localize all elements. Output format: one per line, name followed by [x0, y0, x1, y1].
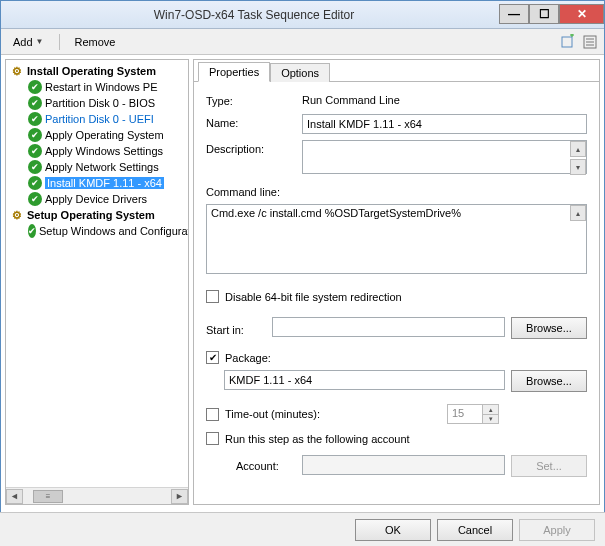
main-area: ⚙ Install Operating System ✔ Restart in … [1, 55, 604, 509]
check-icon: ✔ [28, 160, 42, 174]
window-title: Win7-OSD-x64 Task Sequence Editor [9, 8, 499, 22]
desc-scroll[interactable]: ▴ ▾ [570, 141, 586, 175]
group-label: Install Operating System [27, 65, 156, 77]
check-icon: ✔ [28, 176, 42, 190]
account-input [302, 455, 505, 475]
timeout-value: 15 [448, 405, 482, 423]
maximize-button[interactable]: ☐ [529, 4, 559, 24]
tree-item[interactable]: ✔ Restart in Windows PE [6, 79, 188, 95]
tree-item[interactable]: ✔ Apply Network Settings [6, 159, 188, 175]
account-set-button: Set... [511, 455, 587, 477]
properties-panel: Properties Options Type: Run Command Lin… [193, 59, 600, 505]
window-controls: — ☐ ✕ [499, 1, 604, 28]
scroll-up-icon[interactable]: ▴ [570, 205, 586, 221]
type-row: Type: Run Command Line [206, 92, 587, 108]
scroll-track[interactable]: ≡ [23, 489, 171, 504]
scroll-right-button[interactable]: ► [171, 489, 188, 504]
runas-label: Run this step as the following account [225, 433, 410, 445]
startin-row: Start in: Browse... [206, 317, 587, 339]
tree-h-scrollbar[interactable]: ◄ ≡ ► [6, 487, 188, 504]
check-icon: ✔ [28, 96, 42, 110]
add-label: Add [13, 36, 33, 48]
tab-options[interactable]: Options [270, 63, 330, 82]
account-row: Account: Set... [236, 455, 587, 477]
timeout-checkbox[interactable] [206, 408, 219, 421]
scroll-left-button[interactable]: ◄ [6, 489, 23, 504]
timeout-label: Time-out (minutes): [225, 408, 395, 420]
scroll-up-icon[interactable]: ▴ [570, 141, 586, 157]
package-value-row: Browse... [224, 370, 587, 392]
runas-row[interactable]: Run this step as the following account [206, 432, 587, 445]
commandline-wrap: Cmd.exe /c install.cmd %OSDTargetSystemD… [206, 204, 587, 276]
startin-browse-button[interactable]: Browse... [511, 317, 587, 339]
description-input[interactable] [302, 140, 587, 174]
toolbar-separator [59, 34, 60, 50]
description-row: Description: ▴ ▾ [206, 140, 587, 176]
tree-item[interactable]: ✔ Apply Operating System [6, 127, 188, 143]
tree-group-install-os[interactable]: ⚙ Install Operating System [6, 63, 188, 79]
svg-rect-0 [562, 37, 572, 47]
cancel-button[interactable]: Cancel [437, 519, 513, 541]
tree-item[interactable]: ✔ Apply Device Drivers [6, 191, 188, 207]
minimize-button[interactable]: — [499, 4, 529, 24]
type-value: Run Command Line [302, 92, 587, 108]
spinner-down-button[interactable]: ▾ [482, 414, 498, 423]
tree-item[interactable]: ✔ Setup Windows and Configuration [6, 223, 188, 239]
remove-button[interactable]: Remove [69, 34, 122, 50]
tree-item[interactable]: ✔ Apply Windows Settings [6, 143, 188, 159]
apply-button: Apply [519, 519, 595, 541]
disable-64bit-checkbox[interactable] [206, 290, 219, 303]
scroll-thumb[interactable]: ≡ [33, 490, 63, 503]
spinner-up-button[interactable]: ▴ [482, 405, 498, 414]
chevron-down-icon: ▼ [36, 37, 44, 46]
name-row: Name: [206, 114, 587, 134]
task-tree[interactable]: ⚙ Install Operating System ✔ Restart in … [6, 60, 188, 487]
group-label: Setup Operating System [27, 209, 155, 221]
tab-content: Type: Run Command Line Name: Description… [194, 82, 599, 483]
toolbar: Add ▼ Remove [1, 29, 604, 55]
disable-64bit-label: Disable 64-bit file system redirection [225, 291, 402, 303]
startin-label: Start in: [206, 321, 266, 336]
gear-icon: ⚙ [10, 64, 24, 78]
check-icon: ✔ [28, 112, 42, 126]
timeout-row[interactable]: Time-out (minutes): 15 ▴ ▾ [206, 404, 587, 424]
add-menu-button[interactable]: Add ▼ [7, 34, 50, 50]
dialog-buttons: OK Cancel Apply [0, 512, 605, 546]
check-icon: ✔ [28, 128, 42, 142]
package-input [224, 370, 505, 390]
tree-item[interactable]: ✔ Partition Disk 0 - UEFI [6, 111, 188, 127]
name-input[interactable] [302, 114, 587, 134]
title-bar: Win7-OSD-x64 Task Sequence Editor — ☐ ✕ [1, 1, 604, 29]
tree-item[interactable]: ✔ Partition Disk 0 - BIOS [6, 95, 188, 111]
package-label: Package: [225, 352, 271, 364]
ok-button[interactable]: OK [355, 519, 431, 541]
close-button[interactable]: ✕ [559, 4, 604, 24]
remove-label: Remove [75, 36, 116, 48]
startin-input[interactable] [272, 317, 505, 337]
commandline-label: Command line: [206, 186, 587, 198]
disable-64bit-row[interactable]: Disable 64-bit file system redirection [206, 290, 587, 303]
type-label: Type: [206, 92, 296, 107]
tabs: Properties Options [194, 60, 599, 82]
tree-group-setup-os[interactable]: ⚙ Setup Operating System [6, 207, 188, 223]
description-label: Description: [206, 140, 296, 155]
gear-icon: ⚙ [10, 208, 24, 222]
commandline-input[interactable]: Cmd.exe /c install.cmd %OSDTargetSystemD… [206, 204, 587, 274]
properties-icon[interactable] [582, 34, 598, 50]
package-checkbox[interactable]: ✔ [206, 351, 219, 364]
scroll-down-icon[interactable]: ▾ [570, 159, 586, 175]
check-icon: ✔ [28, 144, 42, 158]
check-icon: ✔ [28, 80, 42, 94]
timeout-spinner: 15 ▴ ▾ [447, 404, 499, 424]
tab-properties[interactable]: Properties [198, 62, 270, 82]
task-sequence-tree-panel: ⚙ Install Operating System ✔ Restart in … [5, 59, 189, 505]
tree-item-selected[interactable]: ✔ Install KMDF 1.11 - x64 [6, 175, 188, 191]
name-label: Name: [206, 114, 296, 129]
package-browse-button[interactable]: Browse... [511, 370, 587, 392]
package-row[interactable]: ✔ Package: [206, 351, 587, 364]
runas-checkbox[interactable] [206, 432, 219, 445]
check-icon: ✔ [28, 192, 42, 206]
account-label: Account: [236, 460, 296, 472]
check-icon: ✔ [28, 224, 36, 238]
new-group-icon[interactable] [560, 34, 576, 50]
